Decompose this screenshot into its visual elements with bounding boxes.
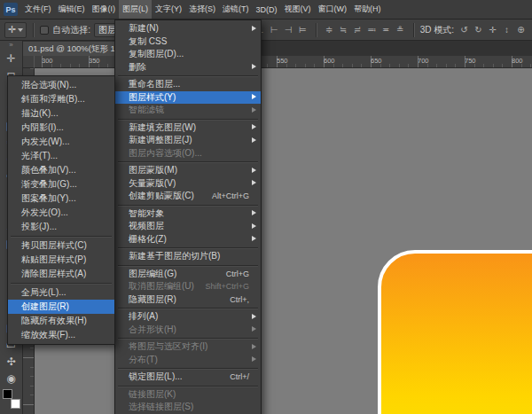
menu-item[interactable]: 图层样式(Y) (115, 91, 261, 105)
auto-select-label: 自动选择: (52, 24, 90, 36)
distribute-horizontal-centers-icon[interactable]: ≖ (379, 23, 393, 37)
3d-mode-icons-group: ↺↻✛↕⊕ (458, 23, 528, 37)
menu-item[interactable]: 图层编组(G) Ctrl+G (115, 268, 261, 281)
menu-item[interactable]: 智能滤镜 (115, 104, 261, 117)
ruler-row: 300350400450500550600650700750800 (23, 56, 532, 68)
menu-item[interactable]: 全局光(L)... (8, 285, 114, 300)
menu-item[interactable]: 视频图层 (115, 220, 261, 233)
move-tool-icon: ✛ (8, 24, 16, 35)
menu-item[interactable]: 链接图层(K) (115, 388, 261, 402)
menu-item[interactable]: 矢量蒙版(V) (115, 177, 261, 191)
menu-item[interactable]: 投影(J)... (8, 220, 114, 234)
toolbox-collapse-icon[interactable]: » (9, 41, 12, 50)
menu-item[interactable]: 栅格化(Z) (115, 233, 261, 246)
distribute-top-edges-icon[interactable]: ≑ (323, 23, 336, 37)
menu-item[interactable]: 合并形状(H) (115, 324, 261, 337)
menu-item[interactable]: 混合选项(N)... (8, 78, 114, 92)
menubar-item-window[interactable]: 窗口(W) (315, 0, 351, 19)
3d-rotate-icon[interactable]: ↺ (458, 23, 471, 37)
menu-item[interactable]: 外发光(O)... (8, 206, 114, 220)
menubar-item-3d[interactable]: 3D(D) (253, 2, 281, 18)
3d-mode-label: 3D 模式: (420, 24, 454, 36)
3d-roll-icon[interactable]: ↻ (472, 23, 485, 37)
ruler-number: 700 (418, 57, 429, 65)
divider (33, 23, 34, 37)
menu-item[interactable]: 缩放效果(F)... (8, 328, 114, 342)
menu-item[interactable]: 创建图层(R) (8, 300, 114, 314)
3d-pan-icon[interactable]: ✛ (486, 23, 499, 37)
foreground-color-swatch[interactable] (3, 389, 12, 399)
menu-item[interactable]: 光泽(T)... (8, 149, 114, 163)
menu-item[interactable]: 取消图层编组(U) Shift+Ctrl+G (115, 280, 261, 293)
photoshop-window: Ps 文件(F) 编辑(E) 图像(I) 图层(L) (0, 0, 532, 414)
menu-item[interactable]: 重命名图层... (115, 78, 261, 91)
menu-item[interactable]: 内发光(W)... (8, 135, 114, 149)
auto-select-checkbox[interactable] (40, 26, 49, 35)
distribute-right-edges-icon[interactable]: ≗ (394, 23, 407, 37)
menubar-item-layer[interactable]: 图层(L) (119, 0, 152, 19)
menu-item[interactable]: 选择链接图层(S) (115, 401, 261, 414)
menubar-item-select[interactable]: 选择(S) (185, 0, 219, 19)
menu-item[interactable]: 创建剪贴蒙版(C) Alt+Ctrl+G (115, 190, 261, 203)
distribute-vertical-centers-icon[interactable]: ≒ (337, 23, 350, 37)
move-tool[interactable]: ✛ (1, 50, 22, 66)
menu-item[interactable]: 粘贴图层样式(P) (8, 253, 114, 267)
menubar-item-help[interactable]: 帮助(H) (350, 0, 385, 19)
menu-item[interactable]: 颜色叠加(V)... (8, 163, 114, 177)
menu-item[interactable]: 复制图层(D)... (115, 48, 261, 61)
tool-preset-dropdown[interactable]: ✛ (4, 22, 27, 38)
menubar-item-type[interactable]: 文字(Y) (152, 0, 185, 19)
menu-item[interactable]: 渐变叠加(G)... (8, 177, 114, 191)
document-tab-bar: 01.psd @ 100%(矩形 1, RGB/8) × (23, 41, 532, 56)
options-bar: ✛ 自动选择: 图层 ⊤⊦⊥⊢⊣⊨ ≑≒≓≕≖≗ 3D 模式: ↺↻✛↕⊕ (0, 20, 532, 41)
menu-item[interactable]: 斜面和浮雕(B)... (8, 92, 114, 106)
menubar-item-filter[interactable]: 滤镜(T) (219, 0, 253, 19)
ruler-corner (23, 56, 35, 68)
menu-item[interactable]: 锁定图层(L)... Ctrl+/ (115, 371, 261, 384)
3d-scale-icon[interactable]: ⊕ (514, 23, 528, 37)
menu-item[interactable]: 隐藏所有效果(H) (8, 314, 114, 328)
menu-item[interactable]: 图案叠加(Y)... (8, 191, 114, 206)
menu-item[interactable]: 复制 CSS (115, 35, 261, 49)
menu-bar: Ps 文件(F) 编辑(E) 图像(I) 图层(L) (0, 0, 532, 20)
menu-item[interactable]: 将图层与选区对齐(I) (115, 340, 261, 354)
menu-item[interactable]: 分布(T) (115, 354, 261, 367)
layer-menu: 新建(N) 复制 CSS 复制图层(D)... 删除 (114, 20, 262, 414)
ruler-number: 750 (465, 57, 476, 65)
menu-item[interactable]: 图层内容选项(O)... (115, 147, 261, 160)
menu-item[interactable]: 新建(N) (115, 22, 261, 35)
ruler-number: 800 (512, 57, 523, 65)
menu-item[interactable]: 新建填充图层(W) (115, 121, 261, 135)
menu-item[interactable]: 隐藏图层(R) Ctrl+, (115, 293, 261, 307)
align-left-edges-icon[interactable]: ⊢ (268, 23, 281, 37)
distribute-bottom-edges-icon[interactable]: ≓ (351, 23, 364, 37)
menubar-items: 文件(F) 编辑(E) 图像(I) 图层(L) 文字(Y) (21, 0, 385, 19)
menu-item[interactable]: 删除 (115, 61, 261, 74)
zoom-tool[interactable]: ◉ (1, 370, 22, 387)
align-right-edges-icon[interactable]: ⊨ (296, 23, 309, 37)
hand-tool[interactable]: ✣ (1, 353, 22, 370)
menu-item[interactable]: 排列(A) (115, 310, 261, 324)
menubar-item-edit[interactable]: 编辑(E) (55, 0, 89, 19)
menu-item[interactable]: 内阴影(I)... (8, 121, 114, 135)
ruler-number: 600 (324, 57, 335, 65)
menubar-item-file[interactable]: 文件(F) (21, 0, 55, 19)
background-color-swatch[interactable] (11, 399, 20, 409)
menu-item[interactable]: 新建基于图层的切片(B) (115, 250, 261, 263)
distribute-left-edges-icon[interactable]: ≕ (365, 23, 379, 37)
tool-icon: ✣ (6, 355, 15, 368)
menu-item[interactable]: 图层蒙版(M) (115, 164, 261, 177)
menubar-item-image[interactable]: 图像(I) (89, 0, 120, 19)
align-horizontal-centers-icon[interactable]: ⊣ (282, 23, 295, 37)
photoshop-logo-icon: Ps (4, 3, 18, 16)
color-swatches (3, 389, 20, 409)
h-ruler: 300350400450500550600650700750800 (35, 56, 532, 68)
menu-item[interactable]: 描边(K)... (8, 106, 114, 121)
menu-item[interactable]: 智能对象 (115, 207, 261, 221)
menu-item[interactable]: 新建调整图层(J) (115, 134, 261, 147)
3d-slide-icon[interactable]: ↕ (500, 23, 513, 37)
distribute-icons-group: ≑≒≓≕≖≗ (323, 23, 407, 37)
menu-item[interactable]: 拷贝图层样式(C) (8, 238, 114, 253)
menu-item[interactable]: 清除图层样式(A) (8, 267, 114, 281)
menubar-item-view[interactable]: 视图(V) (281, 0, 315, 19)
